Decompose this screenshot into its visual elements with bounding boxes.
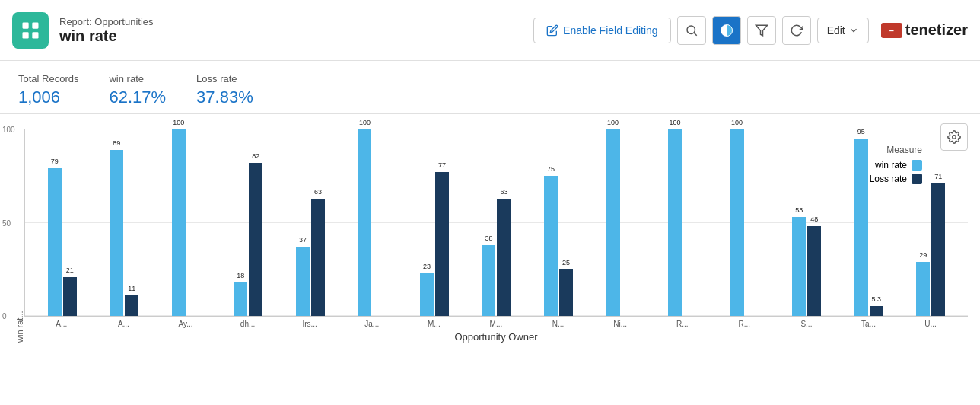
loss-bar: 48 bbox=[807, 226, 821, 316]
measure-label: Measure bbox=[870, 145, 922, 155]
loss-bar-label: 82 bbox=[249, 152, 262, 160]
win-bar: 23 bbox=[420, 273, 434, 316]
win-bar: 75 bbox=[544, 176, 558, 316]
svg-point-4 bbox=[687, 26, 695, 34]
legend-win-rate-dot bbox=[912, 160, 922, 171]
x-label: dh... bbox=[217, 320, 279, 328]
grid-label-100: 100 bbox=[2, 126, 15, 134]
win-bar-label: 29 bbox=[916, 251, 930, 259]
win-bar-label: 95 bbox=[854, 128, 868, 136]
win-bar: 29 bbox=[916, 262, 930, 316]
x-label: Ta... bbox=[838, 320, 900, 328]
y-axis-label: win rat... bbox=[12, 129, 24, 343]
loss-bar-label: 25 bbox=[559, 259, 573, 266]
refresh-icon bbox=[790, 24, 803, 37]
bar-group: 2377 bbox=[403, 129, 466, 316]
app-logo bbox=[12, 12, 49, 49]
win-bar-label: 75 bbox=[544, 165, 558, 173]
x-label: Irs... bbox=[278, 320, 341, 328]
win-bar-label: 53 bbox=[792, 206, 806, 214]
loss-bar: 11 bbox=[125, 295, 138, 316]
loss-bar-label: 77 bbox=[435, 161, 449, 169]
win-bar-label: 100 bbox=[606, 119, 620, 126]
loss-bar-label: 5.3 bbox=[870, 295, 883, 303]
win-bar: 89 bbox=[110, 150, 123, 316]
win-rate-value: 62.17% bbox=[109, 88, 166, 107]
loss-bar: 82 bbox=[249, 163, 262, 316]
search-button[interactable] bbox=[677, 16, 706, 45]
chart-container: win rat... 100 50 0 79218911100188237631… bbox=[12, 129, 968, 343]
loss-bar-label: 71 bbox=[931, 173, 945, 180]
win-rate-label: win rate bbox=[109, 73, 166, 85]
win-bar-label: 100 bbox=[730, 119, 744, 126]
win-bar: 38 bbox=[482, 245, 495, 316]
x-label: R... bbox=[651, 320, 714, 328]
win-bar-label: 100 bbox=[358, 119, 371, 126]
bar-group: 100 bbox=[651, 129, 714, 316]
chart-area: win rat... 100 50 0 79218911100188237631… bbox=[0, 114, 980, 373]
win-bar-label: 100 bbox=[668, 119, 682, 126]
bar-group: 100 bbox=[590, 129, 652, 316]
search-icon bbox=[685, 24, 698, 37]
loss-rate-label: Loss rate bbox=[196, 73, 253, 85]
edit-label: Edit bbox=[827, 24, 845, 37]
total-records-stat: Total Records 1,006 bbox=[18, 73, 78, 107]
win-bar-label: 37 bbox=[296, 236, 310, 244]
refresh-button[interactable] bbox=[782, 16, 811, 45]
win-bar-label: 23 bbox=[420, 263, 434, 270]
legend-loss-rate-dot bbox=[912, 174, 922, 184]
loss-bar: 21 bbox=[63, 277, 77, 316]
chart-plot: 100 50 0 7921891110018823763100237738637… bbox=[24, 129, 968, 317]
win-bar: 100 bbox=[668, 129, 682, 316]
x-axis-title: Opportunity Owner bbox=[24, 331, 968, 343]
x-label: N... bbox=[527, 320, 590, 328]
loss-rate-stat: Loss rate 37.83% bbox=[196, 73, 253, 107]
loss-bar-label: 63 bbox=[497, 188, 511, 196]
bar-group: 8911 bbox=[94, 129, 156, 316]
svg-rect-1 bbox=[32, 22, 38, 28]
x-label: Ja... bbox=[341, 320, 403, 328]
loss-bar-label: 21 bbox=[63, 266, 77, 274]
win-bar: 100 bbox=[606, 129, 620, 316]
bars-container: 7921891110018823763100237738637525100100… bbox=[25, 129, 968, 316]
bar-group: 100 bbox=[155, 129, 218, 316]
win-rate-stat: win rate 62.17% bbox=[109, 73, 166, 107]
total-records-label: Total Records bbox=[18, 73, 78, 85]
bar-group: 3863 bbox=[466, 129, 528, 316]
chart-button[interactable] bbox=[712, 16, 741, 45]
loss-bar: 63 bbox=[311, 199, 325, 316]
svg-marker-7 bbox=[756, 25, 767, 36]
x-label: M... bbox=[465, 320, 527, 328]
pencil-icon bbox=[546, 24, 558, 37]
loss-bar-label: 11 bbox=[125, 285, 138, 292]
x-axis: A...A...Ay...dh...Irs...Ja...M...M...N..… bbox=[24, 317, 968, 328]
loss-bar: 63 bbox=[497, 199, 511, 316]
x-label: R... bbox=[714, 320, 776, 328]
brand: – tenetizer bbox=[881, 21, 968, 39]
header-actions: Enable Field Editing Edit bbox=[533, 16, 968, 45]
filter-button[interactable] bbox=[747, 16, 776, 45]
win-bar-label: 79 bbox=[48, 158, 62, 165]
x-label: Ni... bbox=[589, 320, 651, 328]
legend-win-rate-label: win rate bbox=[875, 160, 907, 171]
edit-button[interactable]: Edit bbox=[817, 18, 869, 43]
loss-bar: 5.3 bbox=[870, 306, 883, 316]
win-bar-label: 89 bbox=[110, 139, 123, 147]
legend-win-rate: win rate bbox=[870, 160, 922, 171]
filter-icon bbox=[755, 24, 768, 37]
report-title: win rate bbox=[59, 27, 154, 45]
stats-row: Total Records 1,006 win rate 62.17% Loss… bbox=[0, 61, 980, 114]
report-label: Report: Opportunities bbox=[59, 16, 154, 27]
app-header: Report: Opportunities win rate Enable Fi… bbox=[0, 0, 980, 61]
bar-group: 3763 bbox=[279, 129, 342, 316]
bar-group: 100 bbox=[342, 129, 404, 316]
win-bar-label: 38 bbox=[482, 234, 495, 242]
loss-bar-label: 48 bbox=[807, 215, 821, 223]
chart-inner: 100 50 0 7921891110018823763100237738637… bbox=[24, 129, 968, 343]
legend: Measure win rate Loss rate bbox=[870, 145, 922, 187]
enable-field-editing-button[interactable]: Enable Field Editing bbox=[533, 18, 671, 43]
win-bar: 100 bbox=[730, 129, 744, 316]
bar-group: 100 bbox=[714, 129, 776, 316]
enable-field-editing-label: Enable Field Editing bbox=[563, 24, 658, 37]
legend-loss-rate: Loss rate bbox=[870, 174, 922, 184]
